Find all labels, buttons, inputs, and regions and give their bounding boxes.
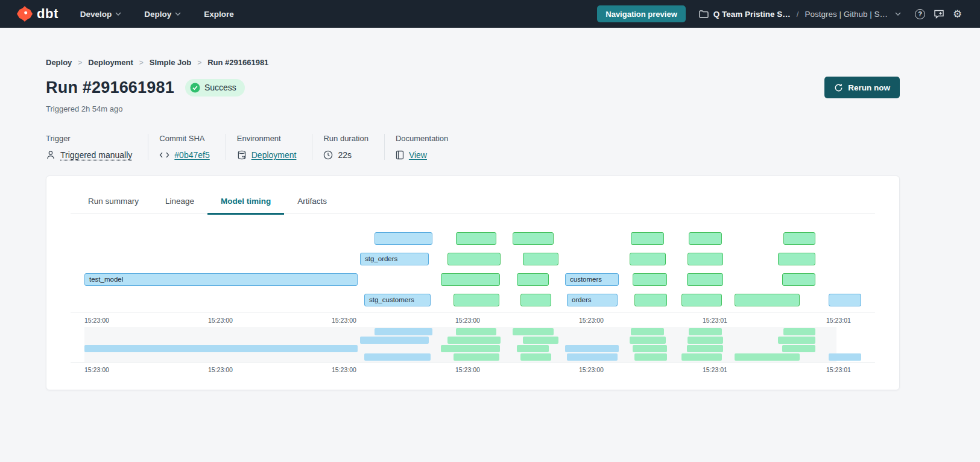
axis-tick-label: 15:23:00 <box>84 317 109 324</box>
axis-tick-label: 15:23:01 <box>703 366 727 373</box>
gantt-bar[interactable] <box>520 294 551 306</box>
gantt-bar[interactable] <box>631 232 664 245</box>
nav-item-develop[interactable]: Develop <box>80 10 122 19</box>
gantt-bar[interactable] <box>783 232 815 245</box>
minimap-bar <box>631 328 664 335</box>
minimap-bar <box>689 328 722 335</box>
axis-tick-label: 15:23:00 <box>84 366 109 373</box>
gantt-bar[interactable] <box>735 294 800 306</box>
axis-tick-label: 15:23:01 <box>703 317 727 324</box>
breadcrumb-run: Run #291661981 <box>207 58 268 67</box>
gantt-bar-label: customers <box>570 276 602 283</box>
tab-lineage[interactable]: Lineage <box>152 197 207 214</box>
nav-item-explore[interactable]: Explore <box>204 10 234 19</box>
navbar-icons: ? ⚙ <box>914 8 963 20</box>
gantt-bar[interactable] <box>375 232 432 245</box>
minimap-axis-labels: 15:23:0015:23:0015:23:0015:23:0015:23:00… <box>84 366 861 374</box>
minimap-bar <box>783 328 815 335</box>
timing-minimap[interactable] <box>84 327 861 362</box>
axis-tick-label: 15:23:00 <box>579 317 604 324</box>
status-label: Success <box>204 83 236 92</box>
gantt-bar[interactable] <box>688 253 723 265</box>
minimap-bar <box>688 337 723 344</box>
minimap-bar-stg_orders <box>360 337 429 344</box>
gantt-bar[interactable] <box>456 232 496 245</box>
axis-tick-label: 15:23:01 <box>826 317 851 324</box>
rerun-now-button[interactable]: Rerun now <box>824 77 900 98</box>
gantt-bar[interactable] <box>689 232 722 245</box>
breadcrumb: Deploy > Deployment > SImple Job > Run #… <box>46 58 900 67</box>
gantt-bar-customers[interactable]: customers <box>565 273 619 286</box>
minimap-bar <box>517 345 549 352</box>
account-separator: / <box>795 10 800 19</box>
axis-tick-label: 15:23:01 <box>826 366 851 373</box>
gantt-bar-stg_customers[interactable]: stg_customers <box>364 294 431 306</box>
gantt-bar[interactable] <box>778 253 815 265</box>
gantt-bar[interactable] <box>633 273 667 286</box>
help-icon[interactable]: ? <box>914 8 926 20</box>
minimap-bar-customers <box>565 345 619 352</box>
gantt-bar-label: stg_orders <box>365 255 397 262</box>
environment-name[interactable]: Postgres | Github | S… <box>805 10 888 19</box>
gantt-bar[interactable] <box>454 294 499 306</box>
minimap-bar-stg_customers <box>364 353 431 361</box>
gantt-bar[interactable] <box>513 232 554 245</box>
model-timing-chart: stg_orderstest_modelcustomersstg_custome… <box>84 232 861 306</box>
chart-axis-labels: 15:23:0015:23:0015:23:0015:23:0015:23:00… <box>84 317 861 324</box>
gantt-bar[interactable] <box>441 273 500 286</box>
gantt-bar[interactable] <box>634 294 667 306</box>
gantt-bar[interactable] <box>687 273 723 286</box>
minimap-bar <box>441 345 500 352</box>
run-meta-row: Trigger Triggered manually Commit SHA #0… <box>46 134 900 160</box>
feedback-icon[interactable] <box>933 8 944 20</box>
meta-run-duration: Run duration 22s <box>323 134 384 160</box>
account-switcher[interactable]: Q Team Pristine S… / Postgres | Github |… <box>699 10 901 19</box>
code-icon <box>159 151 169 159</box>
trigger-value[interactable]: Triggered manually <box>60 150 132 160</box>
documentation-view-link[interactable]: View <box>409 150 427 160</box>
navigation-preview-button[interactable]: Navigation preview <box>597 5 685 22</box>
gantt-bar-orders[interactable]: orders <box>567 294 618 306</box>
minimap-bar <box>778 337 815 344</box>
run-detail-card: Run summary Lineage Model timing Artifac… <box>46 176 900 390</box>
gantt-bar-test_model[interactable]: test_model <box>84 273 358 286</box>
breadcrumb-deploy[interactable]: Deploy <box>46 58 72 67</box>
person-icon <box>46 150 55 160</box>
gantt-bar[interactable] <box>523 253 558 265</box>
environment-link[interactable]: Deployment <box>251 150 297 160</box>
dbt-logo[interactable]: dbt <box>17 6 58 22</box>
tab-run-summary[interactable]: Run summary <box>75 197 152 214</box>
tab-model-timing[interactable]: Model timing <box>207 197 284 214</box>
gear-icon[interactable]: ⚙ <box>952 8 963 20</box>
breadcrumb-simple-job[interactable]: SImple Job <box>150 58 191 67</box>
minimap-bar <box>630 337 666 344</box>
triggered-time: Triggered 2h 54m ago <box>46 104 900 113</box>
gantt-bar[interactable] <box>681 294 722 306</box>
minimap-bar <box>681 353 722 361</box>
chevron-down-icon[interactable] <box>895 12 901 16</box>
tab-bar: Run summary Lineage Model timing Artifac… <box>71 176 875 214</box>
gantt-bar-stg_orders[interactable]: stg_orders <box>360 253 429 265</box>
commit-sha-link[interactable]: #0b47ef5 <box>174 150 209 160</box>
folder-icon <box>699 10 709 18</box>
minimap-bar <box>687 345 723 352</box>
nav-item-deploy[interactable]: Deploy <box>144 10 181 19</box>
gantt-bar[interactable] <box>447 253 501 265</box>
gantt-bar[interactable] <box>517 273 549 286</box>
gantt-bar[interactable] <box>782 273 815 286</box>
project-name[interactable]: Q Team Pristine S… <box>713 10 791 19</box>
top-navbar: dbt Develop Deploy Explore Navigation pr… <box>0 0 980 28</box>
chevron-down-icon <box>175 12 181 16</box>
meta-documentation: Documentation View <box>396 134 464 160</box>
gantt-bar[interactable] <box>829 294 861 306</box>
meta-commit-sha: Commit SHA #0b47ef5 <box>159 134 226 160</box>
chart-axis-line <box>71 312 875 312</box>
breadcrumb-deployment[interactable]: Deployment <box>88 58 133 67</box>
gantt-bar[interactable] <box>630 253 666 265</box>
main-nav: Develop Deploy Explore <box>80 10 234 19</box>
tab-artifacts[interactable]: Artifacts <box>284 197 340 214</box>
minimap-bar-test_model <box>84 345 358 352</box>
gantt-bar-label: orders <box>572 296 592 303</box>
minimap-bar <box>513 328 554 335</box>
minimap-bar <box>829 353 861 361</box>
